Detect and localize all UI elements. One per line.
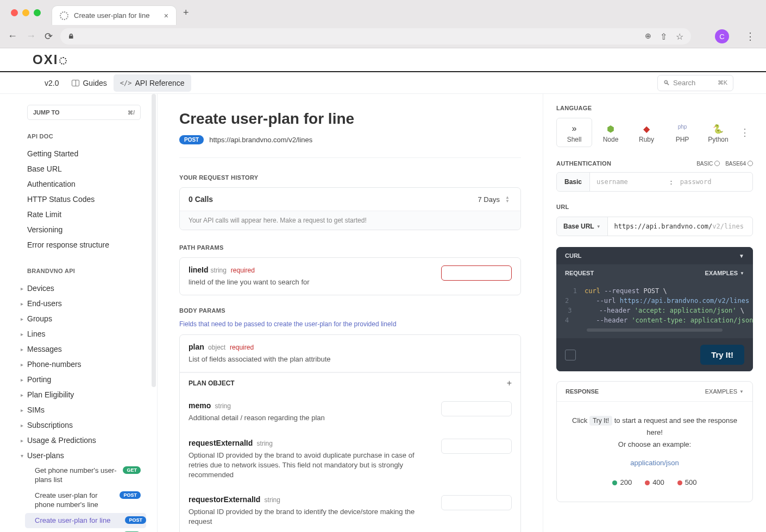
sidebar-item[interactable]: ▸Groups — [27, 311, 141, 326]
minimize-window-icon[interactable] — [22, 9, 29, 16]
sidebar-item[interactable]: ▸Lines — [27, 326, 141, 341]
duration-stepper-icon[interactable]: ▲▼ — [505, 194, 512, 204]
response-mime[interactable]: application/json — [568, 457, 742, 469]
sidebar-item[interactable]: ▸SIMs — [27, 402, 141, 417]
request-examples-dropdown[interactable]: EXAMPLES▼ — [705, 270, 744, 276]
address-bar[interactable]: 🔒︎ ⊕ ⇧ ☆ — [60, 28, 691, 45]
sidebar-subitem[interactable]: Get line's user-plans listGET — [27, 528, 141, 532]
body-param: plan object requiredList of fields assoc… — [180, 335, 520, 372]
jump-to-button[interactable]: JUMP TO ⌘/ — [27, 105, 141, 120]
sidebar-item[interactable]: ▸Phone-numbers — [27, 357, 141, 372]
app-header: OXI — [0, 48, 766, 72]
sidebar-subitem[interactable]: Create user-plan for phone number's line… — [27, 488, 141, 513]
sidebar: JUMP TO ⌘/ API DOC Getting StartedBase U… — [0, 94, 158, 532]
code-body: 1curl --request POST \2 --url https://ap… — [556, 282, 753, 338]
nav-api-reference[interactable]: </>API Reference — [114, 74, 191, 92]
sidebar-item[interactable]: ▸Plan Eligibility — [27, 387, 141, 402]
close-window-icon[interactable] — [11, 9, 18, 16]
new-tab-button[interactable]: + — [183, 7, 189, 18]
sidebar-item[interactable]: Rate Limit — [27, 207, 141, 222]
sidebar-subitem[interactable]: Create user-plan for linePOST — [25, 513, 146, 529]
nav-guides[interactable]: Guides — [65, 74, 113, 92]
body-param: requestorExternalId stringOptional ID pr… — [180, 487, 520, 532]
lang-shell[interactable]: »Shell — [556, 118, 592, 147]
lock-icon: 🔒︎ — [68, 33, 74, 40]
body-params-box: plan object requiredList of fields assoc… — [179, 334, 521, 532]
requestExternalId-input[interactable] — [441, 439, 512, 454]
bookmark-icon[interactable]: ☆ — [676, 31, 683, 42]
search-input[interactable]: 🔍︎ Search ⌘K — [657, 75, 733, 91]
auth-mode-base64[interactable]: BASE64 — [725, 161, 753, 167]
browser-menu-icon[interactable]: ⋮ — [742, 30, 758, 42]
memo-input[interactable] — [441, 401, 512, 416]
sidebar-item[interactable]: ▸Subscriptions — [27, 417, 141, 433]
sidebar-item[interactable]: ▸Devices — [27, 281, 141, 296]
lineid-input[interactable] — [441, 265, 512, 281]
status-400[interactable]: 400 — [645, 477, 664, 489]
lang-python[interactable]: 🐍Python — [701, 118, 736, 147]
chevron-right-icon: ▸ — [21, 362, 27, 368]
version-selector[interactable]: v2.0 — [38, 74, 65, 92]
sidebar-section-brandvno: BRANDVNO API — [27, 268, 141, 274]
sidebar-subitem[interactable]: Get phone number's user-plans listGET — [27, 463, 141, 488]
close-tab-icon[interactable]: × — [164, 11, 168, 20]
sidebar-scrollbar[interactable] — [152, 94, 156, 532]
browser-tab[interactable]: Create user-plan for line × — [52, 5, 177, 25]
sidebar-item[interactable]: ▸Porting — [27, 372, 141, 387]
node-icon: ⬢ — [595, 124, 626, 134]
right-panel: LANGUAGE »Shell⬢Node◆RubyphpPHP🐍Python⋮ … — [543, 94, 766, 532]
sidebar-item[interactable]: Getting Started — [27, 146, 141, 161]
sidebar-item[interactable]: ▸End-users — [27, 296, 141, 311]
status-200[interactable]: 200 — [612, 477, 632, 489]
browser-chrome: Create user-plan for line × + ← → ⟳ 🔒︎ ⊕… — [0, 0, 766, 48]
sidebar-item[interactable]: ▾User-plans — [27, 448, 141, 463]
response-hint2: Or choose an example: — [568, 439, 742, 451]
chevron-right-icon: ▸ — [21, 346, 27, 352]
sidebar-item[interactable]: Error response structure — [27, 237, 141, 252]
language-more-icon[interactable]: ⋮ — [737, 126, 753, 138]
copy-code-icon[interactable] — [565, 350, 576, 360]
logo[interactable]: OXI — [33, 52, 67, 67]
maximize-window-icon[interactable] — [34, 9, 41, 16]
book-icon — [72, 80, 79, 86]
sidebar-item[interactable]: HTTP Status Codes — [27, 192, 141, 207]
auth-mode-basic[interactable]: BASIC — [696, 161, 720, 167]
python-icon: 🐍 — [703, 124, 733, 134]
sidebar-item[interactable]: ▸Messages — [27, 341, 141, 357]
plan-object-expand[interactable]: PLAN OBJECT+ — [180, 372, 520, 394]
requestorExternalId-input[interactable] — [441, 495, 512, 510]
endpoint-row: POST https://api.brandvno.com/v2/lines — [179, 135, 521, 158]
response-examples-dropdown[interactable]: EXAMPLES▼ — [705, 388, 744, 395]
traffic-lights — [11, 9, 41, 16]
code-icon: </> — [120, 79, 132, 87]
lang-node[interactable]: ⬢Node — [593, 118, 628, 147]
response-label: RESPONSE — [566, 388, 599, 395]
favicon-icon — [60, 11, 68, 20]
sidebar-item[interactable]: Authentication — [27, 176, 141, 192]
method-badge: POST — [120, 491, 141, 499]
lang-php[interactable]: phpPHP — [665, 118, 700, 147]
auth-input-box: Basic username : password — [556, 172, 753, 192]
reload-icon[interactable]: ⟳ — [45, 30, 53, 42]
sidebar-item[interactable]: Base URL — [27, 161, 141, 176]
forward-icon[interactable]: → — [26, 30, 36, 42]
auth-username-input[interactable]: username — [590, 178, 669, 186]
lang-ruby[interactable]: ◆Ruby — [629, 118, 664, 147]
code-scrollbar[interactable] — [587, 328, 723, 332]
method-badge: POST — [125, 516, 146, 524]
profile-avatar[interactable]: C — [715, 29, 729, 43]
zoom-icon[interactable]: ⊕ — [645, 31, 651, 42]
chevron-right-icon: ▸ — [21, 422, 27, 428]
status-500[interactable]: 500 — [677, 477, 697, 489]
base-url-selector[interactable]: Base URL▼ — [557, 217, 608, 236]
code-lang-header[interactable]: CURL▼ — [556, 247, 753, 264]
chevron-right-icon: ▸ — [21, 392, 27, 398]
share-icon[interactable]: ⇧ — [660, 31, 667, 42]
sidebar-item[interactable]: Versioning — [27, 222, 141, 237]
back-icon[interactable]: ← — [8, 30, 17, 42]
sidebar-item[interactable]: ▸Usage & Predictions — [27, 433, 141, 448]
try-it-button[interactable]: Try It! — [700, 345, 744, 365]
plus-icon: + — [507, 378, 512, 388]
auth-password-input[interactable]: password — [674, 178, 752, 186]
auth-prefix: Basic — [557, 173, 590, 191]
